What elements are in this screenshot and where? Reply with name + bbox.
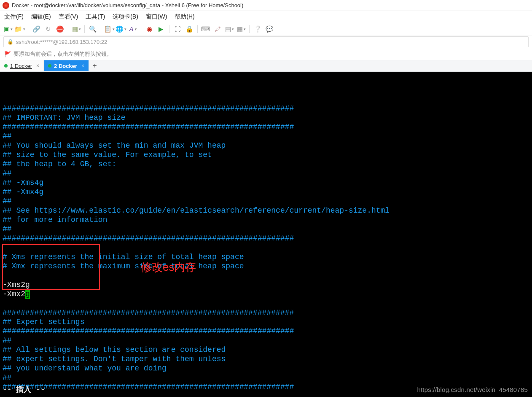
status-dot-icon bbox=[48, 64, 51, 68]
terminal-line: ## you understand what you are doing bbox=[3, 364, 529, 373]
terminal-line bbox=[3, 271, 529, 280]
terminal-line: -Xmx2g bbox=[3, 289, 529, 299]
vim-mode-indicator: -- 插入 -- bbox=[3, 385, 45, 394]
terminal-line: ## -Xms4g bbox=[3, 178, 529, 187]
hint-bar: 🚩 要添加当前会话，点击左侧的箭头按钮。 bbox=[0, 48, 532, 60]
tab-label: 1 Docker bbox=[10, 63, 32, 69]
search-icon[interactable]: 🔍 bbox=[88, 24, 97, 34]
app-logo-icon bbox=[3, 2, 9, 9]
terminal-line: ## expert settings. Don't tamper with th… bbox=[3, 354, 529, 364]
terminal-line: ## size to the same value. For example, … bbox=[3, 150, 529, 159]
toolbar-separator bbox=[68, 25, 68, 33]
reconnect-icon[interactable]: ↻ bbox=[43, 24, 53, 34]
link-icon[interactable]: 🔗 bbox=[32, 24, 41, 34]
hint-text: 要添加当前会话，点击左侧的箭头按钮。 bbox=[13, 50, 112, 58]
window-titlebar: Docker - root@docker:/var/lib/docker/vol… bbox=[0, 0, 532, 11]
toolbar-separator bbox=[84, 25, 85, 33]
terminal-line: ## bbox=[3, 224, 529, 234]
panel-icon[interactable]: ▤ bbox=[225, 24, 234, 34]
terminal-line: ########################################… bbox=[3, 327, 529, 336]
tab-docker-2[interactable]: 2 Docker × bbox=[44, 60, 89, 71]
toolbar-separator bbox=[249, 25, 250, 33]
terminal-line: ## bbox=[3, 132, 529, 141]
window-title: Docker - root@docker:/var/lib/docker/vol… bbox=[12, 2, 243, 8]
highlight-icon[interactable]: 🖍 bbox=[213, 24, 222, 34]
flag-icon: 🚩 bbox=[4, 51, 11, 57]
comment-icon[interactable]: 💬 bbox=[265, 24, 274, 34]
new-session-icon[interactable]: ▣ bbox=[3, 24, 13, 34]
new-tab-button[interactable]: + bbox=[89, 60, 101, 71]
menu-edit[interactable]: 编辑(E) bbox=[31, 13, 51, 21]
terminal-line: ## for more information bbox=[3, 215, 529, 224]
terminal-line: ## bbox=[3, 169, 529, 178]
terminal-pane[interactable]: ########################################… bbox=[0, 72, 532, 397]
terminal-line: # Xms represents the initial size of tot… bbox=[3, 252, 529, 262]
terminal-line bbox=[3, 95, 529, 104]
terminal-line: ## bbox=[3, 197, 529, 206]
menu-bar: 文件(F) 编辑(E) 查看(V) 工具(T) 选项卡(B) 窗口(W) 帮助(… bbox=[0, 11, 532, 23]
terminal-line: ########################################… bbox=[3, 234, 529, 243]
terminal-line bbox=[3, 243, 529, 252]
globe-icon[interactable]: 🌐 bbox=[116, 24, 126, 34]
toolbar-separator bbox=[169, 25, 169, 33]
terminal-line bbox=[3, 299, 529, 308]
toolbar-separator bbox=[28, 25, 28, 33]
terminal-line: ########################################… bbox=[3, 308, 529, 317]
menu-tools[interactable]: 工具(T) bbox=[86, 13, 105, 21]
terminal-line: ## See https://www.elastic.co/guide/en/e… bbox=[3, 206, 529, 215]
open-folder-icon[interactable]: 📁 bbox=[15, 24, 24, 34]
grid-icon[interactable]: ▦ bbox=[236, 24, 246, 34]
terminal-line: ########################################… bbox=[3, 122, 529, 132]
terminal-cursor: g bbox=[25, 289, 30, 299]
close-icon[interactable]: × bbox=[36, 63, 39, 69]
lock-icon[interactable]: 🔒 bbox=[185, 24, 194, 34]
swirl-icon[interactable]: ◉ bbox=[145, 24, 154, 34]
lock-icon: 🔒 bbox=[7, 39, 13, 45]
toolbar-separator bbox=[197, 25, 198, 33]
terminal-line: ## bbox=[3, 336, 529, 345]
menu-window[interactable]: 窗口(W) bbox=[146, 13, 167, 21]
terminal-line: ## bbox=[3, 373, 529, 382]
fullscreen-icon[interactable]: ⛶ bbox=[173, 24, 182, 34]
font-icon[interactable]: A bbox=[128, 24, 137, 34]
terminal-line: ## IMPORTANT: JVM heap size bbox=[3, 113, 529, 122]
toolbar: ▣ 📁 🔗 ↻ ⛔ ▦ 🔍 📋 🌐 A ◉ ▶ ⛶ 🔒 ⌨ 🖍 ▤ ▦ ❔ 💬 bbox=[0, 23, 532, 35]
address-bar[interactable]: 🔒 ssh://root:******@192.168.153.170:22 bbox=[3, 36, 529, 47]
terminal-line: ## You should always set the min and max… bbox=[3, 141, 529, 150]
menu-view[interactable]: 查看(V) bbox=[59, 13, 78, 21]
address-url: ssh://root:******@192.168.153.170:22 bbox=[16, 39, 107, 45]
terminal-line: ## -Xmx4g bbox=[3, 187, 529, 197]
close-icon[interactable]: × bbox=[81, 63, 84, 69]
menu-file[interactable]: 文件(F) bbox=[4, 13, 24, 21]
menu-help[interactable]: 帮助(H) bbox=[175, 13, 194, 21]
terminal-line: ## the heap to 4 GB, set: bbox=[3, 159, 529, 169]
tab-strip: 1 Docker × 2 Docker × + bbox=[0, 60, 532, 72]
terminal-line: ## All settings below this section are c… bbox=[3, 345, 529, 354]
help-icon[interactable]: ❔ bbox=[253, 24, 262, 34]
terminal-line: ## Expert settings bbox=[3, 317, 529, 327]
toolbar-separator bbox=[101, 25, 101, 33]
terminal-line: ########################################… bbox=[3, 104, 529, 113]
watermark-text: https://blog.csdn.net/weixin_45480785 bbox=[417, 385, 528, 394]
copy-icon[interactable]: 📋 bbox=[105, 24, 114, 34]
tab-docker-1[interactable]: 1 Docker × bbox=[0, 60, 44, 71]
terminal-line: -Xms2g bbox=[3, 280, 529, 289]
disconnect-icon[interactable]: ⛔ bbox=[55, 24, 64, 34]
profile-icon[interactable]: ▦ bbox=[72, 24, 81, 34]
toolbar-separator bbox=[141, 25, 141, 33]
menu-tabs[interactable]: 选项卡(B) bbox=[113, 13, 138, 21]
tab-label: 2 Docker bbox=[54, 63, 77, 69]
status-dot-icon bbox=[4, 64, 8, 68]
play-icon[interactable]: ▶ bbox=[156, 24, 166, 34]
keyboard-icon[interactable]: ⌨ bbox=[201, 24, 210, 34]
terminal-line: # Xmx represents the maximum size of tot… bbox=[3, 262, 529, 271]
